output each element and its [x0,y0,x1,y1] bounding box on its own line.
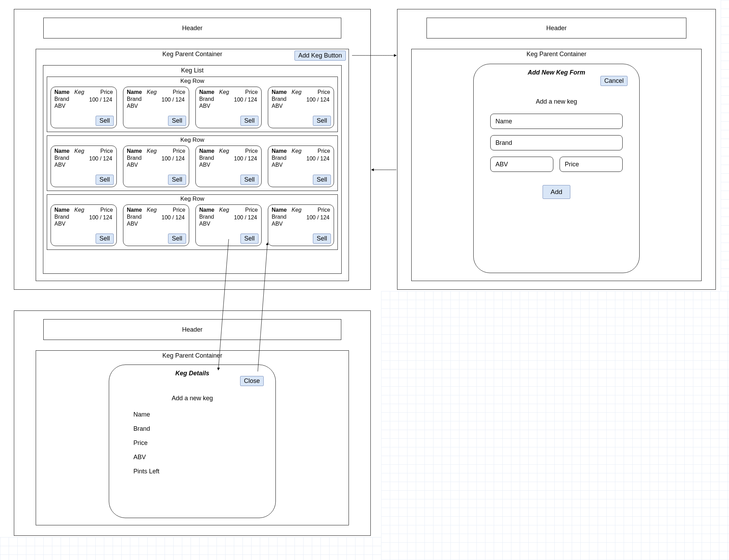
keg-card-abv: ABV [54,103,113,109]
keg-card-stock: 100 / 124 [161,97,185,103]
keg-card[interactable]: NameKegPriceBrand100 / 124ABVSell [195,146,262,187]
keg-card-abv: ABV [199,221,258,227]
keg-card-price: Price [245,148,258,154]
keg-row: Keg RowNameKegPriceBrand100 / 124ABVSell… [47,194,338,250]
keg-card[interactable]: NameKegPriceBrand100 / 124ABVSell [268,146,334,187]
keg-card[interactable]: NameKegPriceBrand100 / 124ABVSell [268,204,334,246]
keg-card[interactable]: NameKegPriceBrand100 / 124ABVSell [195,204,262,246]
keg-row-label: Keg Row [47,137,337,144]
details-field: Brand [133,425,251,432]
keg-card-name: Name [127,148,142,154]
placeholder: Brand [495,139,512,147]
sell-button[interactable]: Sell [313,116,331,126]
grid-backdrop [0,537,381,560]
keg-card-abv: ABV [272,162,330,168]
keg-card[interactable]: NameKegPriceBrand100 / 124ABVSell [123,204,189,246]
keg-card-price: Price [318,207,330,213]
keg-card-abv: ABV [199,103,258,109]
sell-button[interactable]: Sell [96,175,114,185]
keg-card-keg: Keg [219,89,229,95]
sell-button[interactable]: Sell [240,116,258,126]
header-bar: Header [43,319,341,340]
keg-card-keg: Keg [292,148,301,154]
add-keg-form-title: Add New Keg Form [474,69,639,76]
keg-card-price: Price [100,148,113,154]
keg-card-keg: Keg [74,148,84,154]
grid-backdrop [381,291,729,560]
keg-card[interactable]: NameKegPriceBrand100 / 124ABVSell [195,87,262,128]
header-bar: Header [427,18,686,38]
keg-card-keg: Keg [147,89,157,95]
cancel-button[interactable]: Cancel [600,76,627,86]
keg-card[interactable]: NameKegPriceBrand100 / 124ABVSell [51,87,117,128]
keg-card-price: Price [318,89,330,95]
keg-details-panel: Keg Details Close Add a new keg NameBran… [109,365,276,518]
keg-card-price: Price [173,148,185,154]
keg-card-stock: 100 / 124 [234,156,257,162]
sell-button[interactable]: Sell [96,234,114,244]
keg-card-name: Name [199,148,214,154]
keg-row-label: Keg Row [47,78,337,85]
keg-card[interactable]: NameKegPriceBrand100 / 124ABVSell [268,87,334,128]
keg-card[interactable]: NameKegPriceBrand100 / 124ABVSell [51,146,117,187]
keg-row-label: Keg Row [47,195,337,203]
keg-card-stock: 100 / 124 [234,215,257,221]
keg-parent-container-label: Keg Parent Container [36,352,349,360]
keg-parent-container: Keg Parent Container Add Keg Button Keg … [36,49,349,281]
wireframe-canvas: Header Keg Parent Container Add Keg Butt… [0,0,729,560]
form-caption: Add a new keg [490,98,623,105]
price-field[interactable]: Price [560,157,623,172]
screen-add-form: Header Keg Parent Container Add New Keg … [397,9,716,290]
placeholder: ABV [495,161,508,168]
keg-card-stock: 100 / 124 [306,156,330,162]
keg-parent-container: Keg Parent Container Add New Keg Form Ca… [411,49,702,281]
keg-card-abv: ABV [54,162,113,168]
sell-button[interactable]: Sell [313,234,331,244]
sell-button[interactable]: Sell [168,116,186,126]
brand-field[interactable]: Brand [490,135,623,150]
keg-card-price: Price [318,148,330,154]
sell-button[interactable]: Sell [240,234,258,244]
add-keg-button[interactable]: Add Keg Button [295,51,346,61]
keg-card-price: Price [245,207,258,213]
keg-card-abv: ABV [272,103,330,109]
keg-parent-container: Keg Parent Container Keg Details Close A… [36,350,349,525]
keg-cards: NameKegPriceBrand100 / 124ABVSellNameKeg… [51,87,334,128]
keg-card-price: Price [173,89,185,95]
sell-button[interactable]: Sell [96,116,114,126]
keg-card-name: Name [272,89,287,95]
name-field[interactable]: Name [490,114,623,129]
add-button[interactable]: Add [543,185,570,199]
keg-card-keg: Keg [219,207,229,213]
keg-card[interactable]: NameKegPriceBrand100 / 124ABVSell [123,87,189,128]
sell-button[interactable]: Sell [168,234,186,244]
keg-row: Keg RowNameKegPriceBrand100 / 124ABVSell… [47,135,338,191]
placeholder: Price [565,161,579,168]
keg-list-label: Keg List [43,67,341,75]
keg-card-abv: ABV [127,103,185,109]
keg-card-keg: Keg [292,207,301,213]
grid-backdrop [721,0,729,291]
keg-card-keg: Keg [74,89,84,95]
keg-card[interactable]: NameKegPriceBrand100 / 124ABVSell [51,204,117,246]
abv-field[interactable]: ABV [490,157,553,172]
sell-button[interactable]: Sell [240,175,258,185]
placeholder: Name [495,118,512,125]
details-caption: Add a new keg [133,395,251,402]
keg-card-abv: ABV [54,221,113,227]
header-label: Header [182,326,202,333]
keg-card-abv: ABV [272,221,330,227]
keg-card[interactable]: NameKegPriceBrand100 / 124ABVSell [123,146,189,187]
keg-card-stock: 100 / 124 [89,97,112,103]
close-button[interactable]: Close [240,376,264,386]
sell-button[interactable]: Sell [168,175,186,185]
header-bar: Header [43,18,341,38]
keg-card-keg: Keg [292,89,301,95]
screen-list: Header Keg Parent Container Add Keg Butt… [14,9,371,290]
keg-card-name: Name [127,207,142,213]
keg-card-stock: 100 / 124 [89,156,112,162]
sell-button[interactable]: Sell [313,175,331,185]
keg-card-price: Price [100,207,113,213]
header-label: Header [546,25,566,32]
keg-card-stock: 100 / 124 [161,215,185,221]
